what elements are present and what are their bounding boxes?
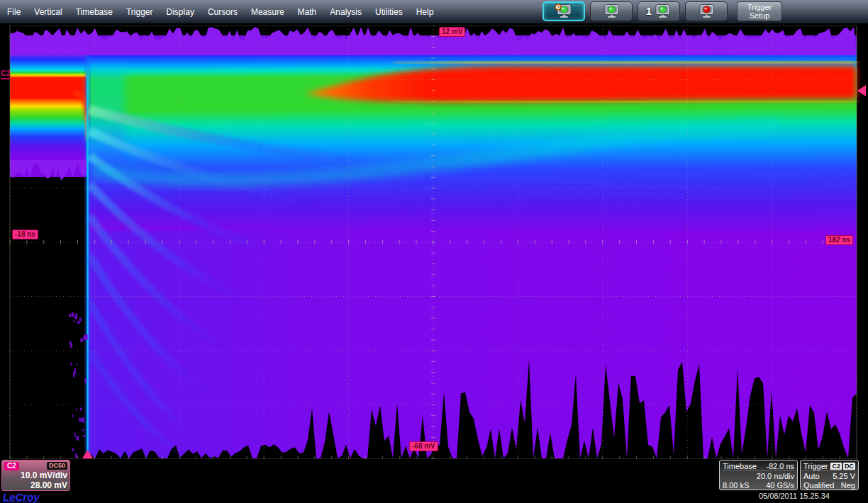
trigger-descriptor[interactable]: Trigger C2 DC Auto 5.25 V Qualified Neg [800, 460, 859, 490]
menu-items: FileVerticalTimebaseTriggerDisplayCursor… [7, 0, 433, 23]
trigger-level: 5.25 V [833, 472, 855, 480]
trigger-slope: Neg [841, 481, 855, 490]
menu-bar: FileVerticalTimebaseTriggerDisplayCursor… [0, 0, 868, 23]
menu-item-display[interactable]: Display [167, 7, 194, 17]
right-axis-label: 182 ns [825, 235, 853, 245]
channel-coupling-badge: DC50 [47, 462, 67, 470]
persistence-waveform [0, 26, 868, 459]
menu-item-trigger[interactable]: Trigger [126, 7, 153, 17]
trigger-setup-button[interactable]: TriggerSetup [737, 1, 782, 21]
trigger-type: Qualified [803, 481, 834, 490]
trace-pretrigger-band [10, 35, 87, 177]
menu-item-timebase[interactable]: Timebase [76, 7, 113, 17]
channel-offset: 28.00 mV [4, 480, 67, 490]
menu-item-file[interactable]: File [7, 7, 21, 17]
lecroy-logo: LeCroy [3, 491, 40, 503]
trigger-setup-line1: Trigger [738, 3, 781, 11]
trigger-level-marker[interactable] [857, 85, 866, 96]
menu-item-math[interactable]: Math [298, 7, 317, 17]
menu-item-help[interactable]: Help [416, 7, 434, 17]
status-bar: C2 DC50 10.0 mV/div 28.00 mV LeCroy Time… [0, 459, 868, 503]
channel-descriptor-c2[interactable]: C2 DC50 10.0 mV/div 28.00 mV [1, 460, 70, 491]
timebase-scale: 20.0 ns/div [757, 472, 794, 480]
trigger-auto-button[interactable] [542, 1, 585, 21]
timebase-descriptor[interactable]: Timebase -82.0 ns 20.0 ns/div 8.00 kS 40… [719, 460, 798, 490]
trigger-label: Trigger [803, 462, 828, 470]
trigger-coupling-badge: DC [843, 463, 855, 470]
menu-item-vertical[interactable]: Vertical [34, 7, 62, 17]
trigger-single-badge: 1 [646, 6, 652, 16]
waveform-display[interactable]: 12 mV -68 mV -18 ns 182 ns C2 [0, 26, 868, 459]
stop-trigger-icon [697, 4, 716, 19]
timebase-samples: 8.00 kS [723, 481, 749, 490]
trigger-normal-button[interactable] [590, 1, 633, 21]
menu-item-analysis[interactable]: Analysis [330, 7, 362, 17]
datetime-display: 05/08/2011 15.25.34 [734, 492, 830, 500]
left-axis-label: -18 ns [12, 230, 38, 239]
auto-trigger-icon [555, 4, 573, 19]
trigger-single-button[interactable]: 1 [638, 1, 680, 21]
trigger-stop-button[interactable] [685, 1, 728, 21]
channel-offset-marker[interactable]: C2 [1, 69, 11, 79]
timebase-label: Timebase [723, 462, 757, 470]
trigger-mode: Auto [803, 472, 820, 480]
channel-scale: 10.0 mV/div [4, 470, 67, 480]
timebase-delay: -82.0 ns [766, 462, 794, 470]
channel-name-badge: C2 [4, 462, 19, 470]
top-axis-label: 12 mV [439, 27, 465, 37]
timebase-rate: 40 GS/s [766, 481, 794, 490]
top-noise-band [10, 27, 857, 55]
trigger-setup-line2: Setup [738, 11, 781, 20]
single-trigger-icon [653, 4, 672, 19]
persistence-body [87, 231, 857, 458]
bottom-axis-label: -68 mV [409, 441, 438, 451]
trigger-source-badge: C2 [830, 463, 842, 470]
normal-trigger-icon [602, 4, 621, 19]
trigger-toolbar: 1TriggerSetup [542, 1, 782, 21]
menu-item-cursors[interactable]: Cursors [208, 7, 238, 17]
menu-item-measure[interactable]: Measure [251, 7, 284, 17]
menu-item-utilities[interactable]: Utilities [375, 7, 403, 17]
